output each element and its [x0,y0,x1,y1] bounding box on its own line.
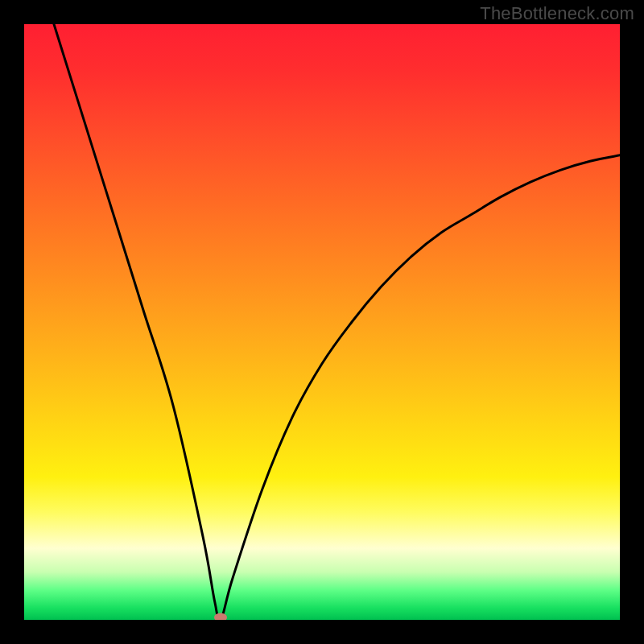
bottleneck-curve-path [54,24,620,620]
minimum-marker [214,613,227,621]
chart-frame: TheBottleneck.com [0,0,644,644]
watermark-text: TheBottleneck.com [480,3,634,24]
plot-area [24,24,620,620]
curve-svg [24,24,620,620]
